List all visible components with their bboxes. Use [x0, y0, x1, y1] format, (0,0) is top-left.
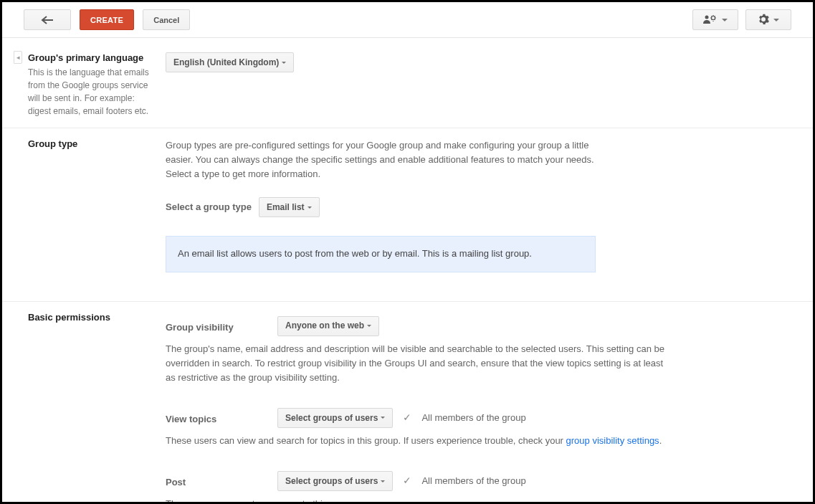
section-language: ◂ Group's primary language This is the l…: [2, 38, 813, 128]
permissions-body: Group visibility Anyone on the web The g…: [166, 312, 813, 504]
svg-point-1: [712, 16, 715, 19]
gear-icon: [758, 14, 769, 27]
group-type-select-row: Select a group type Email list: [166, 197, 777, 217]
group-type-select-label: Select a group type: [166, 200, 252, 214]
toolbar: CREATE Cancel: [2, 2, 813, 38]
section-group-type: Group type Group types are pre-configure…: [2, 128, 813, 302]
section-language-label: ◂ Group's primary language This is the l…: [2, 52, 166, 118]
group-type-title: Group type: [28, 138, 153, 149]
language-title: Group's primary language: [28, 52, 153, 63]
chevron-down-icon: [773, 19, 779, 22]
visibility-row: Group visibility Anyone on the web: [166, 316, 777, 336]
group-type-dropdown[interactable]: Email list: [259, 197, 320, 217]
language-body: English (United Kingdom): [166, 52, 813, 118]
back-button[interactable]: [24, 9, 71, 30]
chevron-down-icon: [381, 480, 385, 482]
check-icon: ✓: [403, 410, 411, 426]
visibility-desc: The group's name, email address and desc…: [166, 342, 667, 385]
chevron-down-icon: [381, 417, 385, 419]
view-topics-desc-a: These users can view and search for topi…: [166, 435, 566, 446]
view-topics-desc: These users can view and search for topi…: [166, 434, 667, 448]
view-topics-desc-b: .: [659, 435, 662, 446]
check-icon: ✓: [403, 473, 411, 489]
chevron-down-icon: [282, 62, 286, 64]
post-label: Post: [166, 471, 277, 490]
view-topics-dropdown[interactable]: Select groups of users: [277, 408, 393, 428]
permissions-label: Basic permissions: [2, 312, 166, 504]
settings-button[interactable]: [745, 9, 791, 30]
toolbar-right: [692, 9, 791, 30]
content: ◂ Group's primary language This is the l…: [2, 38, 813, 504]
language-dropdown[interactable]: English (United Kingdom): [166, 52, 294, 72]
group-type-label: Group type: [2, 138, 166, 272]
visibility-ctrl: Anyone on the web: [277, 316, 379, 336]
group-visibility-link[interactable]: group visibility settings: [566, 435, 659, 446]
people-settings-button[interactable]: [692, 9, 738, 30]
language-dropdown-value: English (United Kingdom): [173, 56, 279, 70]
chevron-down-icon: [308, 206, 312, 209]
language-desc: This is the language that emails from th…: [28, 66, 153, 118]
group-type-intro: Group types are pre-configured settings …: [166, 138, 596, 181]
post-row: Post Select groups of users ✓ All member…: [166, 471, 777, 491]
create-button[interactable]: CREATE: [80, 9, 134, 30]
view-topics-row: View topics Select groups of users ✓ All…: [166, 408, 777, 428]
visibility-label: Group visibility: [166, 316, 277, 335]
group-type-body: Group types are pre-configured settings …: [166, 138, 813, 272]
chevron-down-icon: [722, 19, 728, 22]
post-check-label: All members of the group: [421, 474, 525, 488]
post-desc: These users can post messages to this gr…: [166, 497, 667, 504]
view-topics-dropdown-value: Select groups of users: [285, 412, 378, 425]
chevron-down-icon: [367, 325, 371, 327]
group-type-dropdown-value: Email list: [267, 201, 305, 214]
section-permissions: Basic permissions Group visibility Anyon…: [2, 302, 813, 504]
permissions-title: Basic permissions: [28, 312, 153, 323]
view-topics-ctrl: Select groups of users ✓ All members of …: [277, 408, 526, 428]
post-dropdown[interactable]: Select groups of users: [277, 471, 393, 491]
svg-point-0: [705, 15, 709, 19]
post-dropdown-value: Select groups of users: [285, 475, 378, 488]
visibility-dropdown[interactable]: Anyone on the web: [277, 316, 379, 336]
toolbar-left: CREATE Cancel: [24, 9, 190, 30]
view-topics-check-label: All members of the group: [421, 411, 525, 425]
collapse-panel-tab[interactable]: ◂: [14, 51, 22, 64]
people-gear-icon: [703, 14, 718, 26]
visibility-dropdown-value: Anyone on the web: [285, 319, 364, 333]
group-type-info: An email list allows users to post from …: [166, 236, 596, 272]
post-ctrl: Select groups of users ✓ All members of …: [277, 471, 526, 491]
cancel-button[interactable]: Cancel: [143, 9, 190, 30]
view-topics-label: View topics: [166, 408, 277, 427]
back-arrow-icon: [41, 16, 54, 24]
